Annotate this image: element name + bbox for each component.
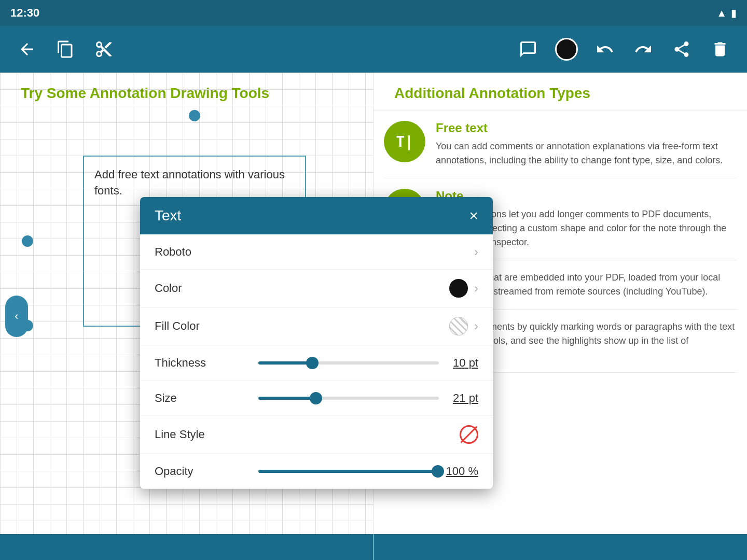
dialog-body: Roboto › Color › Fill Color › [140, 234, 493, 489]
share-button[interactable] [670, 38, 693, 61]
opacity-value: 100 % [446, 465, 478, 478]
font-label: Roboto [155, 245, 258, 259]
right-panel-title: Additional Annotation Types [394, 85, 726, 102]
thickness-slider-container: 10 pt [258, 356, 478, 370]
thickness-label: Thickness [155, 356, 258, 370]
dialog-row-opacity: Opacity 100 % [140, 454, 493, 489]
toolbar [0, 26, 747, 73]
left-panel-header: Try Some Annotation Drawing Tools [0, 73, 373, 110]
redo-button[interactable] [632, 38, 655, 61]
color-chevron-icon: › [474, 281, 478, 296]
handle-left[interactable] [22, 235, 33, 247]
opacity-label: Opacity [155, 465, 258, 478]
linestyle-value [258, 425, 478, 444]
dialog-row-thickness: Thickness 10 pt [140, 345, 493, 381]
copy-button[interactable] [54, 38, 77, 61]
handle-top[interactable] [189, 110, 200, 121]
comment-button[interactable] [517, 38, 540, 61]
size-slider-fill [258, 397, 316, 400]
dialog-row-font[interactable]: Roboto › [140, 234, 493, 270]
fillcolor-chevron-icon: › [474, 319, 478, 333]
freetext-icon: T| [384, 121, 425, 162]
fill-pattern-swatch[interactable] [449, 317, 468, 335]
status-icons: ▲ ▮ [716, 7, 737, 19]
size-slider-track [258, 397, 439, 400]
opacity-slider-fill [258, 470, 438, 473]
font-chevron-icon: › [474, 245, 478, 259]
right-panel-header: Additional Annotation Types [374, 73, 747, 110]
size-slider-container: 21 pt [258, 391, 478, 405]
freetext-name: Free text [436, 121, 737, 135]
no-linestyle-icon [460, 425, 478, 444]
sidebar-collapse-button[interactable]: ‹ [5, 296, 28, 337]
thickness-slider-thumb[interactable] [306, 357, 319, 369]
text-dialog: Text × Roboto › Color › Fill Color [140, 197, 493, 489]
scissors-button[interactable] [92, 38, 115, 61]
annotation-row-freetext: T| Free text You can add comments or ann… [384, 110, 737, 178]
battery-icon: ▮ [731, 7, 737, 19]
dialog-row-size: Size 21 pt [140, 381, 493, 416]
dialog-row-linestyle[interactable]: Line Style [140, 416, 493, 454]
left-panel-title: Try Some Annotation Drawing Tools [21, 85, 352, 102]
color-swatch[interactable] [449, 279, 468, 298]
dialog-row-color[interactable]: Color › [140, 270, 493, 307]
color-picker[interactable] [555, 38, 578, 61]
toolbar-left [16, 38, 115, 61]
dialog-header: Text × [140, 197, 493, 234]
left-bottom-bar [0, 534, 373, 560]
thickness-slider-fill [258, 361, 312, 365]
status-time: 12:30 [10, 6, 39, 20]
fillcolor-label: Fill Color [155, 319, 258, 333]
undo-button[interactable] [593, 38, 616, 61]
toolbar-right [517, 38, 731, 61]
fillcolor-value: › [258, 317, 478, 335]
thickness-value: 10 pt [447, 356, 478, 370]
opacity-slider-thumb[interactable] [432, 465, 444, 478]
right-bottom-bar [374, 534, 747, 560]
color-value: › [258, 279, 478, 298]
chevron-left-icon: ‹ [15, 310, 18, 323]
freetext-info: Free text You can add comments or annota… [436, 121, 737, 167]
size-slider-thumb[interactable] [310, 392, 322, 404]
signal-icon: ▲ [716, 7, 727, 19]
size-value: 21 pt [447, 391, 478, 405]
dialog-title: Text [155, 207, 181, 224]
size-label: Size [155, 391, 258, 405]
thickness-slider-track [258, 361, 439, 365]
freetext-desc: You can add comments or annotation expla… [436, 139, 737, 167]
font-value: › [258, 245, 478, 259]
dialog-close-button[interactable]: × [469, 208, 478, 223]
linestyle-label: Line Style [155, 428, 258, 441]
color-label: Color [155, 282, 258, 295]
dialog-row-fillcolor[interactable]: Fill Color › [140, 307, 493, 345]
opacity-slider-container: 100 % [258, 465, 478, 478]
status-bar: 12:30 ▲ ▮ [0, 0, 747, 26]
delete-button[interactable] [709, 38, 731, 61]
opacity-slider-track [258, 470, 438, 473]
back-button[interactable] [16, 38, 38, 61]
